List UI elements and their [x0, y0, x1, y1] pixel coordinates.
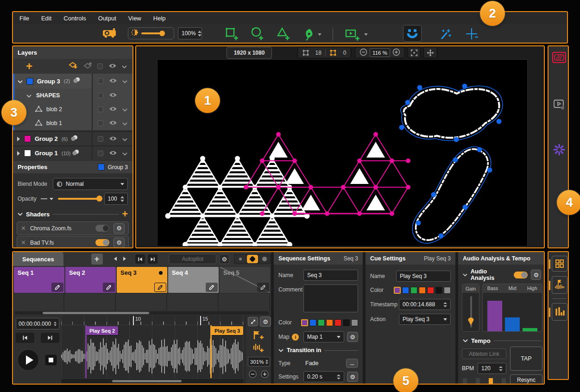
- opacity-value[interactable]: 100: [104, 193, 128, 205]
- timeline-ruler[interactable]: 10 15: [61, 315, 244, 325]
- menu-edit[interactable]: Edit: [41, 15, 51, 22]
- comment-textarea[interactable]: [303, 285, 358, 312]
- opacity-curve-select[interactable]: [40, 197, 53, 201]
- sequence-cell-seq5-empty[interactable]: Seq 5: [220, 267, 270, 293]
- add-ellipse-icon[interactable]: [250, 26, 265, 43]
- edit-sequence-icon[interactable]: [103, 283, 115, 292]
- pen-dropdown-caret[interactable]: [318, 33, 322, 36]
- cue-name-input[interactable]: Play Seq 3: [396, 271, 451, 282]
- layer-eye-icon[interactable]: [109, 77, 117, 85]
- sequence-cell-seq3-active[interactable]: Seq 3: [117, 267, 167, 293]
- menu-output[interactable]: Output: [98, 15, 116, 22]
- color-swatch-purple[interactable]: [394, 287, 401, 294]
- magnet-tool[interactable]: [403, 25, 422, 42]
- menu-view[interactable]: View: [128, 15, 141, 22]
- add-audio-cue-icon[interactable]: [252, 343, 264, 355]
- player-dropdown-caret[interactable]: [364, 33, 368, 36]
- layers-master-eye-icon[interactable]: [108, 62, 117, 70]
- color-swatch-red[interactable]: [334, 319, 341, 326]
- tap-button[interactable]: TAP: [510, 347, 542, 371]
- layer-checkbox[interactable]: [98, 78, 103, 84]
- shader-settings-gear-icon[interactable]: ⚙: [113, 223, 125, 234]
- layer-eye-icon[interactable]: [109, 119, 117, 127]
- brightness-slider[interactable]: [141, 32, 163, 34]
- audio-analysis-section-header[interactable]: Audio Analysis ⚙: [458, 270, 545, 280]
- shader-row-chroma[interactable]: ✕ Chroma Zoom.fs ⚙: [17, 221, 129, 235]
- color-swatch-gray[interactable]: [351, 319, 358, 326]
- skip-end-button[interactable]: [148, 254, 158, 264]
- layer-row-shapes[interactable]: SHAPES: [13, 89, 132, 102]
- color-swatch-gray[interactable]: [444, 287, 451, 294]
- color-swatch-green[interactable]: [318, 319, 325, 326]
- timeline-expand-button[interactable]: [248, 317, 258, 326]
- transition-more-button[interactable]: ...: [346, 359, 358, 368]
- loop-mode-large-dot[interactable]: [259, 255, 270, 263]
- layer-eye-icon[interactable]: [109, 105, 117, 114]
- add-point-icon[interactable]: [465, 27, 479, 43]
- shader-toggle-off[interactable]: [95, 225, 109, 232]
- zoom-value[interactable]: 116 %: [370, 48, 390, 57]
- timeline-scrollbar[interactable]: [61, 379, 244, 383]
- color-swatch-orange[interactable]: [326, 319, 333, 326]
- add-layer-button[interactable]: +: [26, 62, 32, 71]
- timeline-skip-start-button[interactable]: [16, 333, 34, 343]
- menu-file[interactable]: File: [19, 15, 29, 22]
- mapping-canvas[interactable]: [157, 59, 528, 247]
- sequences-view-button[interactable]: [552, 256, 567, 272]
- brightness-spinner[interactable]: [196, 31, 202, 37]
- remove-shader-icon[interactable]: ✕: [21, 239, 26, 246]
- zoom-out-button[interactable]: [359, 48, 367, 57]
- layer-checkbox[interactable]: [98, 93, 103, 98]
- add-quad-icon[interactable]: [224, 26, 239, 43]
- group1-color-swatch[interactable]: [24, 150, 31, 157]
- timeline-skip-end-button[interactable]: [41, 333, 59, 343]
- layer-eye-icon[interactable]: [109, 91, 117, 100]
- color-swatch-blue[interactable]: [402, 287, 409, 294]
- group3-expand-chevron[interactable]: [18, 77, 23, 85]
- layers-master-chevron-icon[interactable]: [122, 62, 127, 70]
- autopilot-gear-icon[interactable]: ⚙: [219, 254, 229, 264]
- layer-row-group1[interactable]: Group 1 (10): [13, 145, 132, 160]
- magic-wand-icon[interactable]: [438, 27, 452, 43]
- group1-expand-chevron[interactable]: [17, 151, 20, 156]
- group2-expand-chevron[interactable]: [17, 137, 20, 141]
- skip-start-button[interactable]: [135, 254, 145, 264]
- zoom-in-button[interactable]: [392, 48, 400, 57]
- blend-mode-select[interactable]: Normal: [53, 178, 128, 190]
- layer-checkbox[interactable]: [98, 120, 103, 126]
- stop-button[interactable]: [44, 354, 57, 366]
- layer-chevron-icon[interactable]: [122, 149, 127, 158]
- opacity-slider[interactable]: [58, 198, 100, 200]
- shader-row-badtv[interactable]: ✕ Bad TV.fs ⚙: [17, 236, 129, 248]
- layer-eye-icon[interactable]: [109, 149, 117, 158]
- timeline-zoom-in-icon[interactable]: [260, 370, 269, 380]
- bpm-input[interactable]: 120: [478, 363, 506, 374]
- layer-row-group3[interactable]: Group 3 (2): [13, 74, 132, 89]
- ableton-link-button[interactable]: Ableton Link: [462, 348, 506, 359]
- color-swatch-purple[interactable]: [301, 319, 308, 326]
- loop-mode-small-dot[interactable]: [235, 255, 246, 263]
- layer-checkbox[interactable]: [98, 151, 103, 156]
- resync-button[interactable]: Resync: [510, 374, 542, 385]
- gain-slider-knob[interactable]: [468, 317, 474, 325]
- map-info-icon[interactable]: i: [292, 334, 299, 341]
- shaders-section-header[interactable]: Shaders +: [13, 209, 132, 220]
- shader-toggle-on[interactable]: [95, 239, 109, 246]
- fit-view-button[interactable]: [408, 47, 421, 58]
- map-select[interactable]: Map 1: [303, 331, 344, 342]
- edit-sequence-icon[interactable]: [51, 283, 63, 292]
- loop-mode-selected[interactable]: [247, 255, 258, 263]
- layer-chevron-icon[interactable]: [122, 135, 127, 143]
- action-select[interactable]: Play Seq 3: [399, 314, 451, 325]
- timeline-zoom-value[interactable]: 301%: [248, 357, 270, 367]
- timeline-area[interactable]: 10 15 Play Seq 2 Play Seq 3: [61, 315, 244, 378]
- add-sequence-button[interactable]: +: [91, 253, 103, 265]
- brightness-value[interactable]: 100%: [178, 27, 202, 39]
- cue-flag-seq3[interactable]: Play Seq 3: [211, 326, 243, 335]
- autopilot-button[interactable]: Autopilot: [169, 254, 216, 264]
- add-shader-button[interactable]: +: [122, 210, 128, 218]
- edit-sequence-icon[interactable]: [154, 283, 166, 292]
- transition-gear-icon[interactable]: ⚙: [347, 372, 358, 382]
- color-swatch-orange[interactable]: [419, 287, 426, 294]
- timeline-view-button[interactable]: [552, 276, 567, 294]
